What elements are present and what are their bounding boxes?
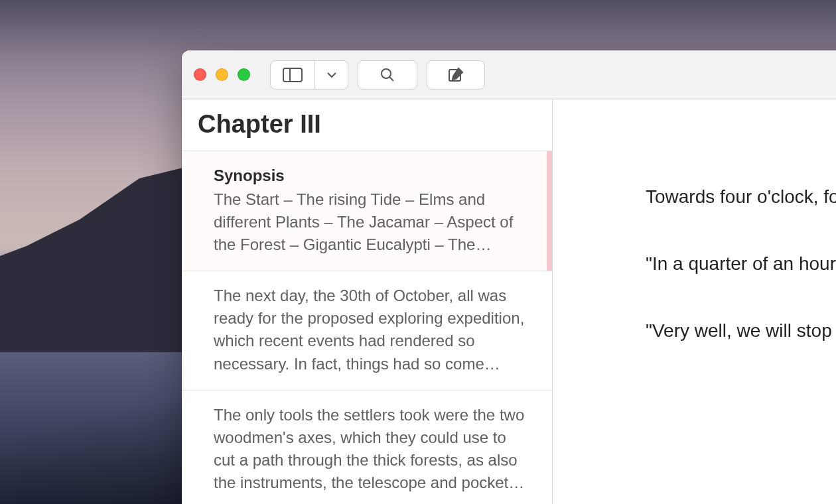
section-card-snippet: The only tools the settlers took were th… (214, 404, 527, 494)
traffic-lights (194, 68, 250, 81)
window-zoom-button[interactable] (238, 68, 250, 81)
sidebar-view-dropdown[interactable] (315, 60, 348, 90)
section-card-synopsis[interactable]: Synopsis The Start – The rising Tide – E… (182, 151, 552, 271)
search-icon (380, 67, 395, 83)
svg-line-3 (389, 77, 393, 81)
chapter-title: Chapter III (182, 99, 552, 151)
document-view[interactable]: Towards four o'clock, for its course was… (553, 99, 836, 504)
section-card-snippet: The next day, the 30th of October, all w… (214, 284, 527, 375)
sidebar-icon (283, 68, 303, 82)
content-area: Chapter III Synopsis The Start – The ris… (182, 99, 836, 504)
titlebar (182, 50, 836, 99)
section-card-snippet: The Start – The rising Tide – Elms and d… (214, 188, 527, 256)
compose-button[interactable] (427, 60, 485, 90)
app-window: Chapter III Synopsis The Start – The ris… (182, 50, 836, 504)
svg-point-2 (382, 69, 391, 78)
paragraph: "Very well, we will stop (646, 313, 836, 348)
section-card-title: Synopsis (214, 164, 527, 187)
chevron-down-icon (327, 72, 336, 78)
search-button[interactable] (358, 60, 417, 90)
toggle-sidebar-button[interactable] (270, 60, 315, 90)
sidebar-view-controls (270, 60, 348, 90)
window-close-button[interactable] (194, 68, 206, 81)
paragraph: Towards four o'clock, for its course was… (646, 179, 836, 214)
window-minimize-button[interactable] (216, 68, 228, 81)
section-card[interactable]: The only tools the settlers took were th… (182, 390, 552, 504)
chapter-sidebar: Chapter III Synopsis The Start – The ris… (182, 99, 553, 504)
svg-rect-0 (283, 68, 302, 82)
compose-icon (447, 66, 464, 84)
section-card[interactable]: The next day, the 30th of October, all w… (182, 271, 552, 389)
section-list: Synopsis The Start – The rising Tide – E… (182, 151, 552, 504)
paragraph: "In a quarter of an hour (646, 246, 836, 281)
